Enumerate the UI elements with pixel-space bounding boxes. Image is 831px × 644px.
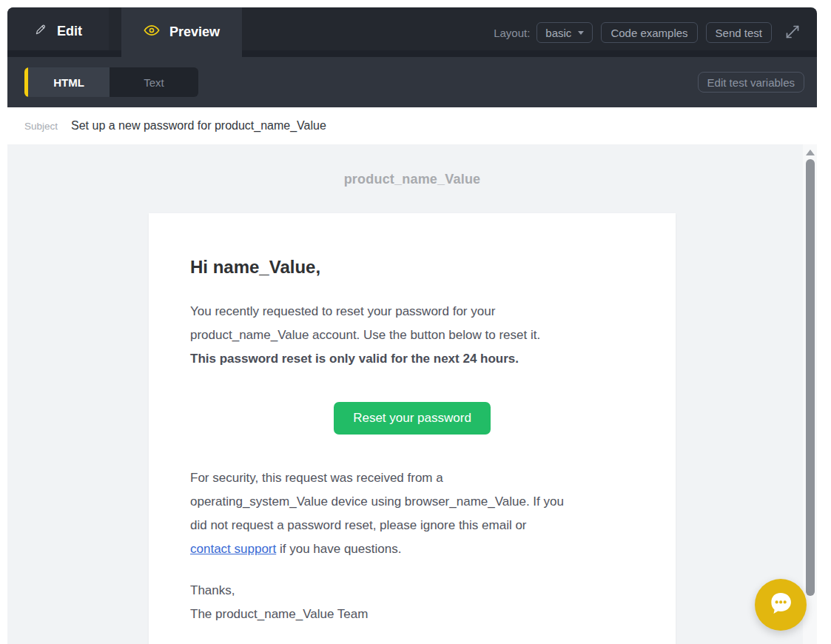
paragraph-line: contact support if you have questions. <box>190 537 634 561</box>
email-preview-pane: product_name_Value Hi name_Value, You re… <box>7 144 817 644</box>
expand-icon <box>784 23 801 43</box>
paragraph-line: did not request a password reset, please… <box>190 514 634 537</box>
paragraph-line: product_name_Value account. Use the butt… <box>190 323 634 347</box>
reset-button-row: Reset your password <box>190 402 634 435</box>
tab-preview-label: Preview <box>169 24 220 40</box>
chat-bubble-icon <box>767 589 795 620</box>
subject-value: Set up a new password for product_name_V… <box>71 119 326 133</box>
chat-widget-button[interactable] <box>755 579 807 631</box>
paragraph-line: operating_system_Value device using brow… <box>190 490 634 514</box>
reset-password-button[interactable]: Reset your password <box>334 402 491 435</box>
format-tab-group: HTML Text <box>24 67 198 97</box>
signoff-line: Thanks, <box>190 579 634 603</box>
tab-text[interactable]: Text <box>110 67 198 97</box>
send-test-button[interactable]: Send test <box>706 22 772 43</box>
tab-preview[interactable]: Preview <box>121 7 242 57</box>
email-brand-header: product_name_Value <box>7 144 817 187</box>
paragraph-line: For security, this request was received … <box>190 466 634 490</box>
email-body-card: Hi name_Value, You recently requested to… <box>149 213 676 644</box>
signoff-line: The product_name_Value Team <box>190 603 634 626</box>
email-signoff: Thanks, The product_name_Value Team <box>190 579 634 626</box>
email-paragraph-intro: You recently requested to reset your pas… <box>190 300 634 371</box>
toolbar-actions: Layout: basic Code examples Send test <box>494 7 817 50</box>
caret-down-icon <box>578 31 584 35</box>
scrollbar-track[interactable] <box>803 144 817 644</box>
contact-support-link[interactable]: contact support <box>190 542 276 556</box>
layout-select[interactable]: basic <box>536 22 593 43</box>
email-paragraph-security: For security, this request was received … <box>190 466 634 561</box>
scrollbar-thumb[interactable] <box>806 159 815 596</box>
pencil-icon <box>34 23 47 40</box>
paragraph-line-suffix: if you have questions. <box>276 542 401 556</box>
tab-edit-label: Edit <box>57 24 82 39</box>
subject-row: Subject Set up a new password for produc… <box>7 107 817 144</box>
paragraph-bold-line: This password reset is only valid for th… <box>190 347 634 371</box>
edit-test-variables-button[interactable]: Edit test variables <box>698 72 804 93</box>
toolbar-top-row: Edit Preview Layout: basic Code examples… <box>7 7 817 57</box>
layout-select-value: basic <box>545 27 571 39</box>
fullscreen-button[interactable] <box>784 23 801 43</box>
paragraph-line: You recently requested to reset your pas… <box>190 300 634 323</box>
code-examples-button[interactable]: Code examples <box>601 22 697 43</box>
email-greeting: Hi name_Value, <box>190 256 634 278</box>
eye-icon <box>144 24 160 40</box>
subject-label: Subject <box>24 121 58 132</box>
template-editor: Edit Preview Layout: basic Code examples… <box>7 7 817 644</box>
tab-edit[interactable]: Edit <box>7 7 109 50</box>
tab-html[interactable]: HTML <box>28 67 110 97</box>
format-bar: HTML Text Edit test variables <box>7 57 817 107</box>
layout-label: Layout: <box>494 27 530 39</box>
scroll-up-arrow-icon[interactable] <box>806 150 815 155</box>
